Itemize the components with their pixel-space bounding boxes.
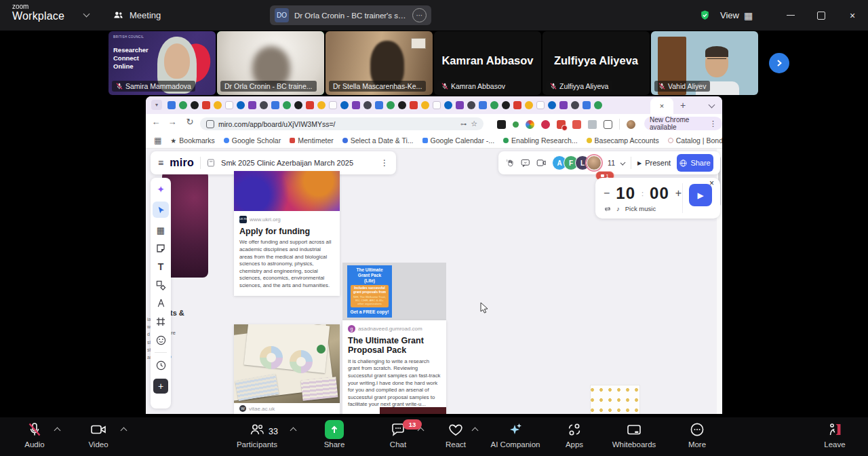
participants-control[interactable]: Participants xyxy=(226,421,288,449)
timer-close-button[interactable]: × xyxy=(709,178,714,188)
chevron-down-icon[interactable] xyxy=(620,160,626,166)
extension-icon[interactable] xyxy=(588,120,597,129)
audio-control[interactable]: Audio xyxy=(4,421,65,449)
extension-icon[interactable] xyxy=(604,120,612,129)
chevron-down-icon[interactable] xyxy=(83,11,90,18)
extension-icon[interactable] xyxy=(526,120,534,129)
bookmark-item[interactable]: Basecamp Accounts xyxy=(587,136,659,145)
tab-close-icon[interactable]: × xyxy=(660,102,664,110)
repeat-icon[interactable] xyxy=(604,206,611,212)
reload-button[interactable]: ↻ xyxy=(184,117,196,127)
bookmark-star-icon[interactable]: ☆ xyxy=(471,119,477,128)
reactions-icon[interactable] xyxy=(505,157,515,169)
tab-strip-chevron-icon[interactable] xyxy=(709,102,715,109)
pinned-tabs[interactable] xyxy=(167,101,602,109)
pick-music-button[interactable]: Pick music xyxy=(625,205,656,212)
collaborator-avatar-photo[interactable] xyxy=(587,155,601,170)
board-image-edge[interactable] xyxy=(380,407,446,414)
board-options-kebab-icon[interactable]: ⋮ xyxy=(380,158,389,168)
leave-control[interactable]: Leave xyxy=(804,421,865,449)
shapes-tool[interactable] xyxy=(155,279,167,291)
templates-tool[interactable]: ▦ xyxy=(155,224,167,236)
collaborator-avatars[interactable]: A F L xyxy=(552,155,601,170)
react-control[interactable]: React xyxy=(425,421,486,449)
active-meeting-tab[interactable]: DO Dr Orla Cronin - BC trainer's scre...… xyxy=(270,5,431,25)
new-tab-button[interactable]: + xyxy=(677,99,689,111)
password-key-icon[interactable]: ⊶ xyxy=(460,121,467,128)
miro-board-canvas[interactable]: ts & ucture et i us, te to ia w d sl st … xyxy=(146,149,722,414)
board-card-vitae[interactable]: W vitae.ac.uk xyxy=(234,324,340,414)
collaborator-count[interactable]: 11 xyxy=(608,159,615,167)
bookmark-item[interactable]: ★Bookmarks xyxy=(170,136,214,145)
timer-play-button[interactable]: ▶ xyxy=(689,184,712,206)
apps-control[interactable]: Apps xyxy=(544,421,605,449)
restore-button[interactable] xyxy=(808,0,834,31)
video-control[interactable]: Video xyxy=(68,421,129,449)
board-card-ukri[interactable]: UK RI www.ukri.org Apply for funding We … xyxy=(234,171,340,296)
apps-grid-icon[interactable]: ▦ xyxy=(154,136,161,145)
bookmark-item[interactable]: Select a Date & Ti... xyxy=(342,136,414,145)
security-shield-icon[interactable] xyxy=(699,10,711,21)
address-bar[interactable]: miro.com/app/board/uXjVIW3MYss=/ ⊶ ☆ xyxy=(200,117,484,130)
participant-tile-kamran[interactable]: Kamran Abbasov Kamran Abbasov xyxy=(434,31,541,95)
active-browser-tab[interactable]: × xyxy=(650,98,673,114)
present-button[interactable]: ▶ Present xyxy=(637,159,671,167)
board-title[interactable]: Smk 2025 Clinic Azerbaijan March 2025 xyxy=(221,159,353,167)
site-settings-icon[interactable] xyxy=(206,120,214,128)
kebab-icon: ⋮ xyxy=(709,119,717,128)
extension-icon[interactable] xyxy=(572,120,581,129)
timer-decrease-button[interactable]: − xyxy=(604,187,610,200)
pen-tool[interactable] xyxy=(155,297,167,309)
forward-button[interactable]: → xyxy=(166,117,178,127)
more-control[interactable]: More xyxy=(667,421,728,449)
heart-icon xyxy=(448,421,464,438)
tab-more-button[interactable]: ⋯ xyxy=(412,8,427,22)
extension-icon[interactable] xyxy=(513,121,519,128)
miro-logo[interactable]: miro xyxy=(170,157,194,169)
sticky-note-tool[interactable] xyxy=(155,242,167,254)
participant-tile-samira[interactable]: BRITISH COUNCIL Researcher Connect Onlin… xyxy=(108,31,216,95)
ai-create-icon[interactable]: ✦ xyxy=(155,183,167,195)
profile-avatar[interactable] xyxy=(627,120,635,129)
tab-search-icon[interactable]: ▾ xyxy=(151,100,162,110)
select-tool[interactable] xyxy=(153,202,169,218)
url-text[interactable]: miro.com/app/board/uXjVIW3MYss=/ xyxy=(218,120,456,128)
comment-icon[interactable] xyxy=(521,158,530,168)
board-text-fragment[interactable]: ts & xyxy=(170,309,184,317)
ai-companion-control[interactable]: AI Companion xyxy=(485,421,546,449)
text-tool[interactable]: T xyxy=(155,261,167,273)
miro-share-button[interactable]: Share xyxy=(677,154,713,172)
bookmark-item[interactable]: Catalog | Bond xyxy=(668,136,722,145)
video-chat-icon[interactable] xyxy=(536,158,546,168)
participant-tile-orla[interactable]: Dr Orla Cronin - BC traine... xyxy=(217,31,324,95)
view-button[interactable]: View ▦ xyxy=(720,0,753,31)
more-tools-palette[interactable] xyxy=(155,334,167,346)
bookmark-item[interactable]: Enabling Research... xyxy=(503,136,577,145)
timer-minutes[interactable]: 10 xyxy=(616,184,635,203)
next-participants-button[interactable] xyxy=(769,53,789,73)
timer-increase-button[interactable]: + xyxy=(675,187,682,200)
participant-tile-stella[interactable]: Dr Stella Mascarenhas-Ke... xyxy=(326,31,433,95)
close-button[interactable]: × xyxy=(840,0,865,31)
extension-icon[interactable] xyxy=(557,120,566,129)
hamburger-menu-icon[interactable]: ≡ xyxy=(158,157,163,168)
share-control[interactable]: Share xyxy=(304,421,365,449)
tab-meeting[interactable]: Meeting xyxy=(113,0,161,31)
timer-tool[interactable] xyxy=(155,359,167,371)
participant-tile-zulfiyya[interactable]: Zulfiyya Aliyeva Zulfiyya Aliyeva xyxy=(542,31,650,95)
extension-icon[interactable] xyxy=(541,120,550,129)
extension-icon[interactable] xyxy=(497,120,506,129)
board-card-gumroad[interactable]: g asadnaveed.gumroad.com The Ultimate Gr… xyxy=(342,320,446,414)
frame-tool[interactable] xyxy=(155,316,167,328)
new-chrome-available-button[interactable]: New Chrome available ⋮ xyxy=(644,117,722,130)
bookmark-item[interactable]: Mentimeter xyxy=(290,136,334,145)
minimize-button[interactable] xyxy=(778,0,804,31)
add-tool-button[interactable]: + xyxy=(153,379,168,394)
participant-tile-vahid[interactable]: Vahid Aliyev xyxy=(651,31,758,95)
timer-seconds[interactable]: 00 xyxy=(650,184,669,203)
bookmark-item[interactable]: Google Calendar -... xyxy=(422,136,495,145)
grant-pack-promo-card[interactable]: The Ultimate Grant Pack (Lite) Includes … xyxy=(347,265,392,318)
bookmark-item[interactable]: Google Scholar xyxy=(224,136,281,145)
back-button[interactable]: ← xyxy=(150,117,162,127)
whiteboards-control[interactable]: Whiteboards xyxy=(604,421,665,449)
